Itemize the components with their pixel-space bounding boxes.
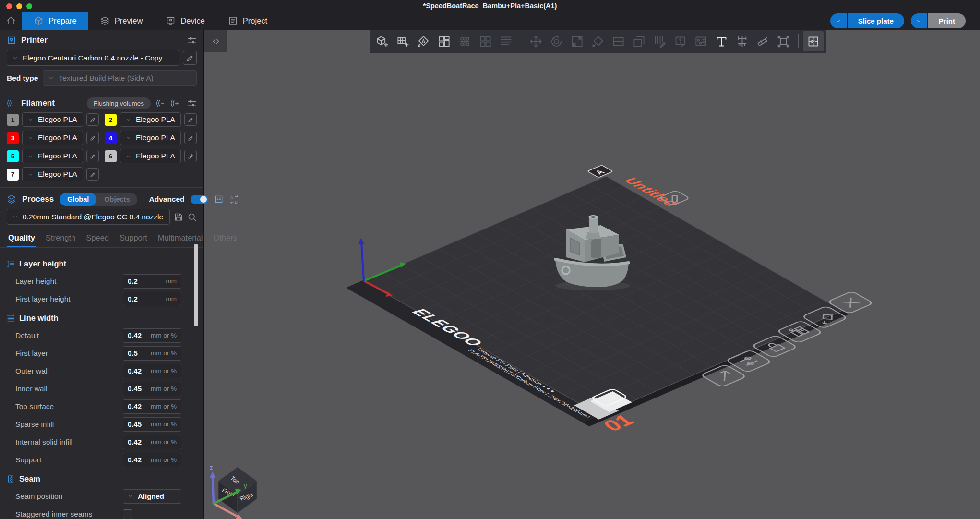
sec-width-icon: [7, 314, 15, 322]
printer-preset-row: Elegoo Centauri Carbon 0.4 nozzle - Copy: [0, 50, 203, 66]
filament-color-swatch-7[interactable]: 7: [7, 169, 19, 181]
toolbar-auto-orient-button[interactable]: A: [413, 31, 434, 51]
print-button[interactable]: Print: [928, 13, 966, 28]
toolbar-arrange-button[interactable]: [434, 31, 454, 51]
first-layer-height-input[interactable]: 0.2mm: [123, 292, 181, 306]
filament-select-3[interactable]: Elegoo PLA: [22, 131, 83, 145]
toolbar-clone-button[interactable]: [629, 31, 649, 51]
minimize-window-button[interactable]: [16, 3, 22, 9]
toolbar-lay-on-face-button[interactable]: [587, 31, 608, 51]
filament-color-swatch-6[interactable]: 6: [105, 150, 117, 162]
outer-wall-input[interactable]: 0.42mm or %: [123, 364, 181, 378]
toolbar-seam-painting-button[interactable]: [670, 31, 691, 51]
filament-color-swatch-5[interactable]: 5: [7, 150, 19, 162]
support-input[interactable]: 0.42mm or %: [123, 453, 181, 467]
tab-project[interactable]: Project: [216, 12, 279, 30]
process-tab-quality[interactable]: Quality: [3, 229, 40, 247]
first-layer-input[interactable]: 0.5mm or %: [123, 346, 181, 361]
filament-icon: [7, 98, 16, 108]
home-button[interactable]: [0, 12, 22, 30]
edit-filament-button-4[interactable]: [184, 132, 197, 144]
toolbar-scale-button[interactable]: [567, 31, 587, 51]
filament-color-swatch-4[interactable]: 4: [105, 132, 117, 144]
process-tab-support[interactable]: Support: [114, 229, 153, 247]
flushing-volumes-button[interactable]: Flushing volumes: [87, 97, 151, 109]
save-preset-icon[interactable]: [174, 212, 183, 222]
layer-height-input[interactable]: 0.2mm: [123, 274, 181, 289]
filament-select-4[interactable]: Elegoo PLA: [120, 131, 181, 145]
toolbar-cut-button[interactable]: [753, 31, 773, 51]
add-filament-icon[interactable]: [170, 98, 179, 108]
viewport-3d[interactable]: ELEGOO PLA/TPU/ABS/PETG/Carbon-Fiber | 2…: [204, 30, 980, 519]
edit-filament-button-3[interactable]: [86, 132, 99, 144]
edit-filament-button-2[interactable]: [184, 113, 197, 126]
scope-global-button[interactable]: Global: [60, 193, 96, 206]
toolbar-support-painting-button[interactable]: [649, 31, 670, 51]
process-tab-strength[interactable]: Strength: [40, 229, 81, 247]
sidebar-collapse-button[interactable]: [204, 30, 227, 52]
print-options-button[interactable]: [911, 13, 928, 28]
edit-filament-button-6[interactable]: [184, 150, 197, 162]
filament-select-2[interactable]: Elegoo PLA: [120, 112, 181, 127]
chevron-down-icon: [27, 171, 34, 178]
default-input[interactable]: 0.42mm or %: [123, 328, 181, 343]
staggered-inner-seams-checkbox[interactable]: [123, 509, 132, 519]
build-plate[interactable]: ELEGOO PLA/TPU/ABS/PETG/Carbon-Fiber | 2…: [334, 158, 894, 438]
filament-color-swatch-3[interactable]: 3: [7, 132, 19, 144]
toolbar-add-object-button[interactable]: [372, 31, 393, 51]
zoom-window-button[interactable]: [26, 3, 32, 9]
tab-prepare[interactable]: Prepare: [22, 12, 88, 30]
parameter-list-icon[interactable]: [214, 194, 224, 204]
filament-select-5[interactable]: Elegoo PLA: [22, 149, 83, 163]
slice-options-button[interactable]: [830, 13, 848, 28]
compare-presets-icon[interactable]: AB: [229, 194, 239, 204]
toolbar-add-plate-button[interactable]: [393, 31, 413, 51]
edit-filament-button-5[interactable]: [86, 150, 99, 162]
search-settings-icon[interactable]: [187, 212, 197, 222]
filament-select-7[interactable]: Elegoo PLA: [22, 167, 83, 181]
advanced-toggle[interactable]: [191, 195, 208, 204]
sparse-infill-input[interactable]: 0.45mm or %: [123, 417, 181, 432]
filament-color-swatch-2[interactable]: 2: [105, 114, 117, 126]
plate-name-badge[interactable]: A: [587, 165, 613, 178]
toolbar-move-button[interactable]: [526, 31, 546, 51]
filament-settings-icon[interactable]: [187, 98, 197, 108]
toolbar-mesh-edit-button[interactable]: [773, 31, 794, 51]
toolbar-variable-layer-height-button[interactable]: [496, 31, 516, 51]
toolbar-rotate-button[interactable]: [546, 31, 567, 51]
toolbar-color-painting-button[interactable]: [691, 31, 711, 51]
printer-preset-select[interactable]: Elegoo Centauri Carbon 0.4 nozzle - Copy: [7, 50, 179, 66]
filament-section-header: Filament Flushing volumes: [0, 95, 203, 111]
internal-solid-infill-input[interactable]: 0.42mm or %: [123, 435, 181, 449]
nav-cube[interactable]: Top Front Right z x y: [210, 464, 257, 519]
sidebar-scrollbar[interactable]: [194, 244, 198, 326]
tab-device[interactable]: Device: [154, 12, 216, 30]
filament-color-swatch-1[interactable]: 1: [7, 114, 19, 126]
edit-filament-button-7[interactable]: [86, 168, 99, 181]
toolbar-text-tool-button[interactable]: [711, 31, 732, 51]
process-preset-select[interactable]: 0.20mm Standard @Elegoo CC 0.4 nozzle: [7, 209, 170, 225]
toolbar-split-to-parts-button[interactable]: [475, 31, 496, 51]
process-tab-others[interactable]: Others: [208, 229, 242, 247]
close-window-button[interactable]: [6, 3, 12, 9]
edit-printer-button[interactable]: [183, 51, 197, 65]
filament-select-1[interactable]: Elegoo PLA: [22, 112, 83, 127]
edit-filament-button-1[interactable]: [86, 113, 99, 126]
seam-position-select[interactable]: Aligned: [123, 489, 181, 504]
remove-filament-icon[interactable]: [155, 98, 165, 108]
scope-objects-button[interactable]: Objects: [96, 195, 137, 203]
printer-settings-icon[interactable]: [187, 36, 197, 45]
filament-select-6[interactable]: Elegoo PLA: [120, 149, 181, 163]
section-title: Line width: [19, 314, 59, 323]
toolbar-split-horizontal-button[interactable]: [608, 31, 629, 51]
toolbar-split-to-objects-button[interactable]: [454, 31, 475, 51]
slice-plate-button[interactable]: Slice plate: [848, 13, 904, 28]
toolbar-assembly-view-button[interactable]: [803, 31, 824, 51]
bed-type-select[interactable]: Textured Build Plate (Side A): [43, 70, 197, 86]
process-tab-multimaterial[interactable]: Multimaterial: [153, 229, 208, 247]
toolbar-measure-button[interactable]: [732, 31, 753, 51]
top-surface-input[interactable]: 0.42mm or %: [123, 399, 181, 414]
process-tab-speed[interactable]: Speed: [81, 229, 114, 247]
tab-preview[interactable]: Preview: [88, 12, 155, 30]
inner-wall-input[interactable]: 0.45mm or %: [123, 382, 181, 396]
